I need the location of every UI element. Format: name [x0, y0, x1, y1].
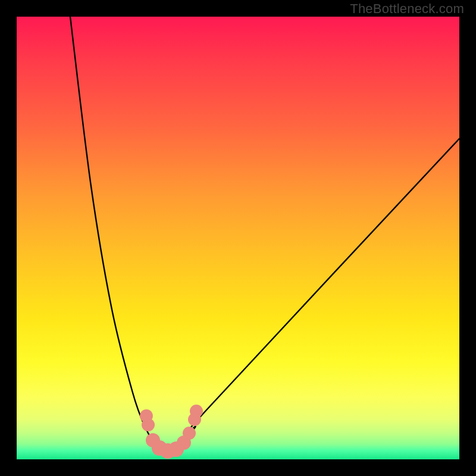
watermark-text: TheBottleneck.com: [350, 1, 464, 17]
marker-layer: [17, 17, 459, 459]
data-marker: [183, 427, 196, 440]
data-marker: [142, 418, 155, 431]
chart-frame: TheBottleneck.com: [0, 0, 476, 476]
data-marker: [190, 405, 203, 418]
plot-area: [17, 17, 459, 459]
